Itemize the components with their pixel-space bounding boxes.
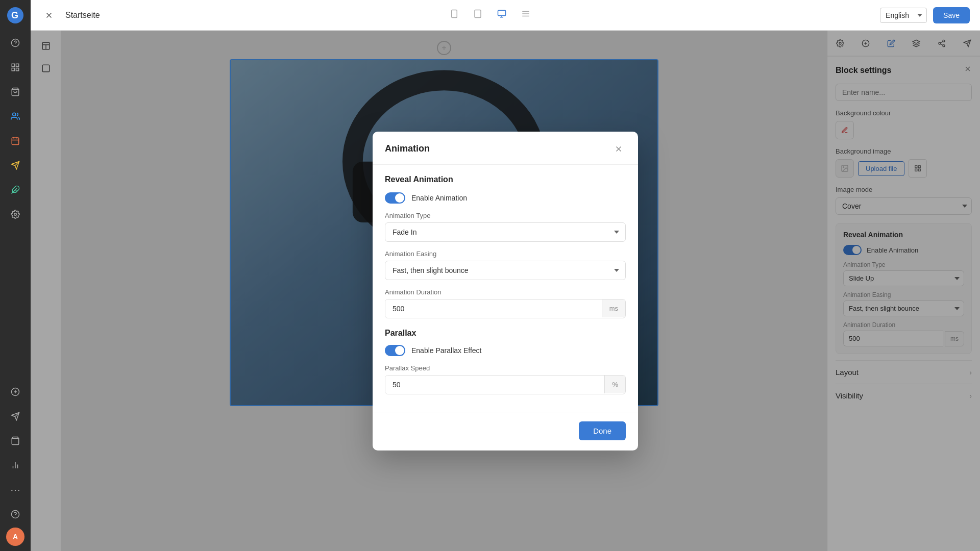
sidebar-item-launch[interactable] <box>4 405 27 428</box>
modal-parallax-speed-group: Parallax Speed % <box>385 364 626 394</box>
desktop-device-icon[interactable] <box>494 6 510 24</box>
sidebar-item-settings[interactable] <box>4 203 27 226</box>
sidebar-item-pages[interactable] <box>4 56 27 79</box>
sidebar-item-plugins[interactable] <box>4 179 27 201</box>
modal-parallax-enable-label: Enable Parallax Effect <box>411 346 482 355</box>
sidebar-item-users[interactable] <box>4 105 27 128</box>
modal-enable-animation-toggle[interactable] <box>385 192 405 204</box>
modal-parallax-speed-row: % <box>385 375 626 394</box>
save-button[interactable]: Save <box>933 7 970 23</box>
modal-parallax-speed-input[interactable] <box>385 375 604 394</box>
language-select[interactable]: English Deutsch <box>880 8 927 23</box>
topbar: Startseite English Deutsch Save <box>31 0 980 31</box>
app-logo[interactable]: G <box>5 5 26 26</box>
modal-parallax-speed-label: Parallax Speed <box>385 364 626 372</box>
modal-parallax-enable-row: Enable Parallax Effect <box>385 345 626 356</box>
modal-parallax-enable-toggle[interactable] <box>385 345 405 356</box>
svg-point-9 <box>13 113 16 116</box>
svg-rect-6 <box>16 68 19 71</box>
sidebar-item-store[interactable] <box>4 81 27 103</box>
sidebar-bottom: ⋯ A <box>4 381 27 546</box>
modal-animation-easing-group: Animation Easing Fast, then slight bounc… <box>385 250 626 280</box>
svg-rect-7 <box>12 68 14 71</box>
modal-duration-row: ms <box>385 299 626 318</box>
svg-point-16 <box>14 213 17 216</box>
main-area: Startseite English Deutsch Save <box>31 0 980 551</box>
page-title: Startseite <box>65 11 100 20</box>
modal-overlay: Animation Reveal Animation Enable Animat… <box>31 31 980 551</box>
sidebar-item-help[interactable] <box>4 503 27 525</box>
modal-parallax-title: Parallax <box>385 329 626 338</box>
user-avatar[interactable]: A <box>6 528 24 546</box>
modal-enable-animation-label: Enable Animation <box>411 194 467 202</box>
modal-animation-type-select[interactable]: Fade In Slide Up Slide Down Slide Left S… <box>385 222 626 242</box>
svg-rect-32 <box>498 10 505 16</box>
sidebar-item-megaphone[interactable] <box>4 154 27 177</box>
sidebar-item-question[interactable] <box>4 32 27 54</box>
sidebar-item-analytics[interactable] <box>4 454 27 477</box>
sidebar-item-add[interactable] <box>4 381 27 403</box>
svg-rect-10 <box>12 138 19 145</box>
modal-body: Reveal Animation Enable Animation Animat… <box>373 165 638 413</box>
topbar-right: English Deutsch Save <box>880 7 970 23</box>
modal-animation-easing-label: Animation Easing <box>385 250 626 258</box>
modal-close-button[interactable] <box>611 142 626 156</box>
canvas-area: + <box>31 31 980 551</box>
close-button[interactable] <box>41 7 57 23</box>
modal-animation-type-label: Animation Type <box>385 212 626 219</box>
device-switcher <box>108 6 872 24</box>
tablet-device-icon[interactable] <box>470 6 485 24</box>
svg-rect-4 <box>12 64 14 66</box>
sidebar-item-shop[interactable] <box>4 430 27 452</box>
modal-animation-type-group: Animation Type Fade In Slide Up Slide Do… <box>385 212 626 242</box>
modal-animation-duration-label: Animation Duration <box>385 288 626 296</box>
sidebar-item-more[interactable]: ⋯ <box>4 479 27 501</box>
svg-rect-5 <box>16 64 19 66</box>
svg-text:G: G <box>11 10 18 20</box>
modal-parallax-speed-unit: % <box>604 375 625 393</box>
modal-animation-duration-group: Animation Duration ms <box>385 288 626 318</box>
modal-animation-easing-select[interactable]: Fast, then slight bounce Linear Ease In … <box>385 261 626 280</box>
sidebar-item-campaigns[interactable] <box>4 130 27 152</box>
modal-header: Animation <box>373 132 638 165</box>
modal-title: Animation <box>385 143 430 154</box>
done-button[interactable]: Done <box>579 421 626 440</box>
modal-reveal-title: Reveal Animation <box>385 175 626 184</box>
modal-footer: Done <box>373 413 638 450</box>
modal-duration-unit: ms <box>602 299 625 317</box>
animation-modal: Animation Reveal Animation Enable Animat… <box>373 132 638 450</box>
modal-enable-animation-row: Enable Animation <box>385 192 626 204</box>
list-view-icon[interactable] <box>518 6 533 24</box>
modal-duration-input[interactable] <box>385 299 602 318</box>
sidebar: G ⋯ A <box>0 0 31 551</box>
mobile-device-icon[interactable] <box>447 6 462 24</box>
